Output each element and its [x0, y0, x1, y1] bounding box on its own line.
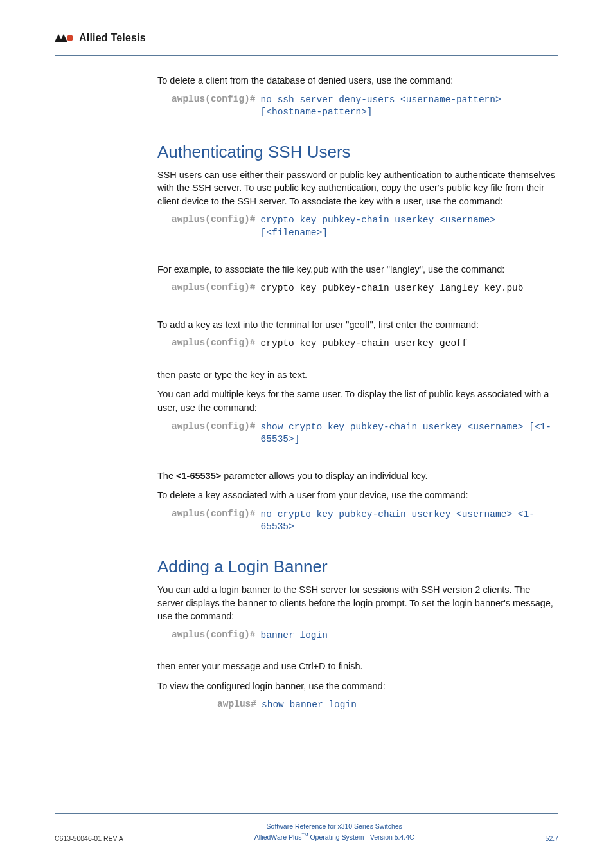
paragraph: To add a key as text into the terminal f…: [157, 318, 555, 332]
command-text: show crypto key pubkey-chain userkey <us…: [261, 421, 555, 446]
command-text: no ssh server deny-users <username-patte…: [261, 94, 555, 119]
paragraph: You can add a login banner to the SSH se…: [157, 583, 555, 623]
command-prompt: awplus(config)#: [172, 282, 261, 295]
section-heading: Authenticating SSH Users: [157, 142, 555, 162]
paragraph: then enter your message and use Ctrl+D t…: [157, 660, 555, 673]
paragraph: You can add multiple keys for the same u…: [157, 388, 555, 414]
allied-telesis-icon: [55, 33, 75, 43]
section-heading: Adding a Login Banner: [157, 557, 555, 577]
command-prompt: awplus(config)#: [172, 421, 261, 446]
svg-point-0: [67, 35, 73, 41]
footer-title: Software Reference for x310 Series Switc…: [254, 822, 414, 832]
paragraph: To delete a key associated with a user f…: [157, 489, 555, 502]
command-block: awplus(config)# show crypto key pubkey-c…: [172, 421, 555, 446]
command-prompt: awplus(config)#: [172, 94, 261, 119]
page-number: 52.7: [546, 835, 558, 842]
command-text: crypto key pubkey-chain userkey langley …: [261, 282, 524, 295]
command-text: banner login: [261, 629, 328, 642]
paragraph: To view the configured login banner, use…: [157, 680, 555, 693]
paragraph: SSH users can use either their password …: [157, 168, 555, 208]
command-text: show banner login: [262, 699, 357, 712]
text-run: AlliedWare Plus: [254, 833, 302, 840]
command-text: no crypto key pubkey-chain userkey <user…: [261, 509, 555, 534]
page-footer: C613-50046-01 REV A Software Reference f…: [55, 813, 558, 842]
brand-logo: Allied Telesis: [55, 32, 146, 44]
command-block: awplus(config)# no ssh server deny-users…: [172, 94, 555, 119]
command-prompt: awplus(config)#: [172, 629, 261, 642]
text-run: parameter allows you to display an indiv…: [221, 471, 427, 481]
command-block: awplus# show banner login: [172, 699, 555, 712]
command-prompt: awplus(config)#: [172, 338, 261, 350]
trademark-sup: TM: [301, 833, 308, 837]
command-block: awplus(config)# banner login: [172, 629, 555, 642]
text-run: The: [157, 471, 176, 481]
brand-name: Allied Telesis: [79, 32, 146, 44]
text-run: Operating System - Version 5.4.4C: [308, 833, 414, 840]
command-text: crypto key pubkey-chain userkey <usernam…: [261, 214, 555, 239]
paragraph: The <1-65535> parameter allows you to di…: [157, 469, 555, 483]
paragraph: then paste or type the key in as text.: [157, 368, 555, 382]
main-content: To delete a client from the database of …: [157, 74, 555, 712]
command-prompt: awplus(config)#: [172, 214, 261, 239]
paragraph: To delete a client from the database of …: [157, 74, 555, 87]
command-block: awplus(config)# crypto key pubkey-chain …: [172, 338, 555, 350]
paragraph: For example, to associate the file key.p…: [157, 263, 555, 276]
footer-center: Software Reference for x310 Series Switc…: [254, 822, 414, 842]
command-text: crypto key pubkey-chain userkey geoff: [261, 338, 468, 350]
command-block: awplus(config)# crypto key pubkey-chain …: [172, 214, 555, 239]
command-block: awplus(config)# no crypto key pubkey-cha…: [172, 509, 555, 534]
command-prompt: awplus#: [172, 699, 262, 712]
bold-text: <1-65535>: [176, 471, 221, 481]
command-prompt: awplus(config)#: [172, 509, 261, 534]
footer-subtitle: AlliedWare PlusTM Operating System - Ver…: [254, 832, 414, 842]
page-header: Allied Telesis: [55, 32, 558, 56]
doc-revision: C613-50046-01 REV A: [55, 835, 123, 842]
command-block: awplus(config)# crypto key pubkey-chain …: [172, 282, 555, 295]
